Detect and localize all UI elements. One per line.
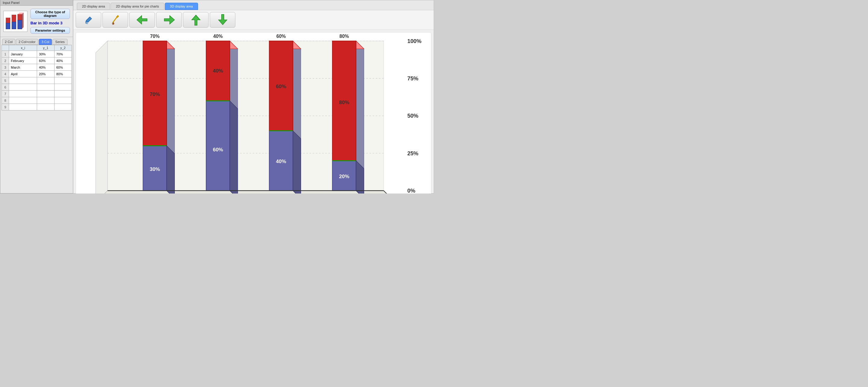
tab-3d-display[interactable]: 3D display area [165, 3, 198, 10]
tab-2col[interactable]: 2 Col [2, 39, 16, 45]
toolbar-arrow-right-button[interactable] [156, 12, 182, 28]
cell-y1-8[interactable] [37, 97, 54, 104]
diagram-selector: Choose the type of diagram Bar in 3D mod… [0, 6, 73, 37]
svg-rect-1 [6, 23, 10, 29]
toolbar-arrow-down-button[interactable] [210, 12, 236, 28]
row-num-3: 3 [2, 64, 9, 71]
input-panel: Input Panel [0, 0, 73, 194]
svg-marker-58 [293, 131, 301, 194]
cell-y1-6[interactable] [37, 84, 54, 91]
toolbar-edit-button[interactable] [76, 12, 101, 28]
data-table-container: x_i y_1 y_2 1 January 30% 70% 2 February… [1, 45, 72, 193]
svg-marker-13 [137, 16, 147, 24]
svg-marker-24 [96, 191, 396, 194]
svg-marker-14 [164, 16, 175, 24]
cell-xi-6[interactable] [9, 84, 37, 91]
row-num-4: 4 [2, 71, 9, 77]
cell-y1-4[interactable]: 20% [37, 71, 54, 77]
col-header-num [2, 45, 9, 51]
row-num-1: 1 [2, 51, 9, 58]
table-row: 6 [2, 84, 72, 91]
table-row: 1 January 30% 70% [2, 51, 72, 58]
choose-diagram-button[interactable]: Choose the type of diagram [30, 9, 70, 19]
cell-y2-4[interactable]: 80% [54, 71, 71, 77]
cell-y1-9[interactable] [37, 104, 54, 110]
row-num-7: 7 [2, 91, 9, 97]
app-container: Input Panel [0, 0, 434, 194]
preview-svg [5, 12, 26, 30]
cell-y2-3[interactable]: 60% [54, 64, 71, 71]
svg-text:40%: 40% [213, 34, 222, 39]
svg-text:70%: 70% [150, 34, 159, 39]
row-num-2: 2 [2, 58, 9, 64]
toolbar [73, 10, 434, 30]
diagram-preview [3, 11, 27, 32]
table-row: 9 [2, 104, 72, 110]
col-header-y1: y_1 [37, 45, 54, 51]
cell-y1-2[interactable]: 60% [37, 58, 54, 64]
table-row: 4 April 20% 80% [2, 71, 72, 77]
cell-y1-3[interactable]: 40% [37, 64, 54, 71]
cell-y1-1[interactable]: 30% [37, 51, 54, 58]
svg-text:40%: 40% [276, 159, 286, 164]
svg-text:0%: 0% [407, 187, 415, 194]
svg-text:75%: 75% [407, 75, 418, 81]
col-header-y2: y_2 [54, 45, 71, 51]
col-header-xi: x_i [9, 45, 37, 51]
parameter-settings-button[interactable]: Parameter settings [30, 27, 70, 34]
svg-text:60%: 60% [276, 34, 286, 39]
cell-xi-5[interactable] [9, 77, 37, 84]
cell-xi-1[interactable]: January [9, 51, 37, 58]
svg-rect-3 [12, 22, 16, 29]
cell-y2-2[interactable]: 40% [54, 58, 71, 64]
cell-xi-8[interactable] [9, 97, 37, 104]
cell-xi-7[interactable] [9, 91, 37, 97]
svg-rect-5 [18, 20, 22, 29]
tab-series[interactable]: Series [53, 39, 67, 45]
tab-2d-display[interactable]: 2D display area [77, 3, 110, 10]
tab-3col[interactable]: 3 Col [39, 39, 52, 45]
svg-marker-6 [22, 12, 24, 29]
tab-2d-pie[interactable]: 2D display area for pie charts [111, 3, 164, 10]
svg-marker-25 [96, 41, 107, 194]
table-row: 2 February 60% 40% [2, 58, 72, 64]
cell-xi-2[interactable]: February [9, 58, 37, 64]
chart-area: 100% 75% 50% 25% 0% [76, 32, 431, 194]
cell-xi-4[interactable]: April [9, 71, 37, 77]
data-table: x_i y_1 y_2 1 January 30% 70% 2 February… [1, 45, 72, 110]
chart-svg: 100% 75% 50% 25% 0% [76, 33, 431, 194]
cell-y1-7[interactable] [37, 91, 54, 97]
cell-xi-9[interactable] [9, 104, 37, 110]
down-arrow-icon [217, 14, 228, 26]
cell-y1-5[interactable] [37, 77, 54, 84]
svg-text:100%: 100% [407, 38, 421, 44]
row-num-9: 9 [2, 104, 9, 110]
cell-y2-6[interactable] [54, 84, 71, 91]
up-arrow-icon [190, 14, 201, 26]
table-row: 7 [2, 91, 72, 97]
table-row: 5 [2, 77, 72, 84]
cell-xi-3[interactable]: March [9, 64, 37, 71]
toolbar-arrow-left-button[interactable] [129, 12, 155, 28]
svg-rect-46 [206, 101, 230, 190]
svg-marker-15 [192, 15, 200, 25]
cell-y2-7[interactable] [54, 91, 71, 97]
svg-text:30%: 30% [150, 167, 160, 172]
display-panel: 2D display area 2D display area for pie … [73, 0, 434, 194]
broom-icon [111, 15, 120, 25]
cell-y2-9[interactable] [54, 104, 71, 110]
cell-y2-5[interactable] [54, 77, 71, 84]
pencil-icon [84, 15, 93, 25]
panel-title: Input Panel [0, 0, 73, 6]
tab-row: 2 Col 2 Col+color 3 Col Series [0, 37, 73, 45]
svg-text:70%: 70% [150, 92, 160, 97]
svg-text:25%: 25% [407, 150, 418, 156]
svg-text:50%: 50% [407, 112, 418, 119]
cell-y2-8[interactable] [54, 97, 71, 104]
svg-text:20%: 20% [339, 174, 349, 179]
toolbar-arrow-up-button[interactable] [183, 12, 209, 28]
svg-line-9 [113, 17, 117, 22]
toolbar-clear-button[interactable] [102, 12, 128, 28]
cell-y2-1[interactable]: 70% [54, 51, 71, 58]
tab-2col-color[interactable]: 2 Col+color [16, 39, 38, 45]
